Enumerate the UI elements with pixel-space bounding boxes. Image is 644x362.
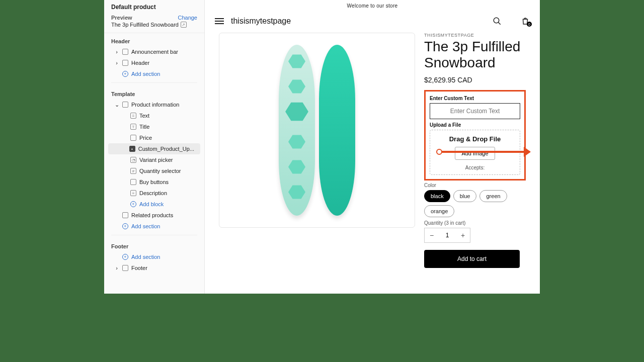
announcement-bar: Welcome to our store bbox=[205, 0, 540, 12]
color-swatches: black blue green orange bbox=[424, 190, 526, 217]
store-header: thisismytestpage 0 bbox=[205, 12, 540, 33]
sidebar-item-announcement-bar[interactable]: › Announcement bar bbox=[107, 46, 201, 57]
sidebar-item-related-products[interactable]: Related products bbox=[107, 210, 201, 221]
color-label: Color bbox=[424, 183, 526, 188]
preview-label: Preview bbox=[111, 15, 132, 21]
section-icon bbox=[122, 49, 128, 55]
add-block[interactable]: +Add block bbox=[108, 199, 200, 210]
custom-block-highlight: Enter Custom Text Upload a File Drag & D… bbox=[424, 90, 526, 180]
cart-icon[interactable]: 0 bbox=[521, 17, 530, 26]
change-link[interactable]: Change bbox=[178, 15, 197, 21]
vendor-name: THISISMYTESTPAGE bbox=[424, 33, 526, 38]
add-section-label: Add section bbox=[131, 71, 160, 77]
add-to-cart-button[interactable]: Add to cart bbox=[424, 250, 520, 268]
header-section-title: Header bbox=[104, 33, 204, 46]
sidebar-item-footer[interactable]: › Footer bbox=[107, 262, 201, 274]
custom-text-label: Enter Custom Text bbox=[430, 96, 520, 101]
plus-circle-icon: + bbox=[122, 223, 128, 229]
quantity-label: Quantity (3 in cart) bbox=[424, 220, 526, 226]
svg-point-0 bbox=[494, 18, 499, 23]
qty-increase-button[interactable]: + bbox=[456, 228, 470, 242]
footer-section-title: Footer bbox=[104, 238, 204, 251]
theme-sidebar: Default product Preview Change The 3p Fu… bbox=[104, 0, 205, 294]
qty-decrease-button[interactable]: − bbox=[425, 228, 439, 242]
block-label: Quantity selector bbox=[139, 168, 181, 174]
divider bbox=[111, 235, 197, 235]
add-section-header[interactable]: + Add section bbox=[107, 68, 201, 79]
block-label: Custom_Product_Up... bbox=[138, 146, 194, 152]
dropzone-accepts: Accepts: bbox=[433, 165, 517, 170]
plus-circle-icon: + bbox=[122, 71, 128, 77]
swatch-green[interactable]: green bbox=[479, 190, 507, 202]
plus-circle-icon: + bbox=[122, 254, 128, 260]
chevron-right-icon: › bbox=[114, 265, 119, 270]
preview-product-name: The 3p Fulfilled Snowboard bbox=[111, 22, 179, 28]
snowboard-back-graphic bbox=[319, 45, 355, 216]
add-section-label: Add section bbox=[131, 254, 160, 260]
section-icon bbox=[122, 102, 128, 108]
product-image[interactable] bbox=[219, 33, 415, 228]
block-variant-picker[interactable]: ◔Variant picker bbox=[108, 154, 200, 165]
block-quantity-selector[interactable]: #Quantity selector bbox=[108, 165, 200, 176]
block-description[interactable]: ≡Description bbox=[108, 188, 200, 199]
section-icon bbox=[122, 212, 128, 218]
chevron-right-icon: › bbox=[114, 49, 119, 54]
block-custom-product-upload[interactable]: ▪Custom_Product_Up... bbox=[108, 143, 200, 154]
snowboard-front-graphic bbox=[279, 45, 315, 216]
block-label: Text bbox=[139, 113, 149, 119]
block-price[interactable]: Price bbox=[108, 132, 200, 143]
swatch-black[interactable]: black bbox=[424, 190, 450, 202]
quantity-icon: # bbox=[130, 168, 136, 174]
custom-text-input[interactable] bbox=[430, 103, 520, 119]
swatch-orange[interactable]: orange bbox=[424, 205, 454, 217]
template-section-title: Template bbox=[104, 86, 204, 99]
sidebar-item-label: Header bbox=[131, 60, 149, 66]
block-label: Variant picker bbox=[139, 157, 173, 163]
menu-icon[interactable] bbox=[215, 18, 224, 24]
chevron-down-icon: ⌄ bbox=[114, 102, 119, 107]
store-name[interactable]: thisismytestpage bbox=[231, 17, 291, 26]
add-section-label: Add section bbox=[131, 223, 160, 229]
external-link-icon[interactable]: ↗ bbox=[181, 22, 187, 28]
annotation-arrow-icon bbox=[441, 151, 530, 153]
sidebar-item-label: Product information bbox=[131, 102, 179, 108]
dropzone-title: Drag & Drop File bbox=[433, 135, 517, 143]
variant-icon: ◔ bbox=[130, 157, 136, 163]
block-label: Title bbox=[139, 124, 149, 130]
price-icon bbox=[130, 135, 136, 141]
app-block-icon: ▪ bbox=[129, 146, 135, 152]
chevron-right-icon: › bbox=[114, 60, 119, 65]
block-buy-buttons[interactable]: Buy buttons bbox=[108, 176, 200, 188]
cart-count-badge: 0 bbox=[527, 22, 532, 27]
upload-file-label: Upload a File bbox=[430, 122, 520, 128]
block-label: Buy buttons bbox=[139, 179, 169, 185]
title-icon: T bbox=[130, 124, 136, 130]
sidebar-item-header[interactable]: › Header bbox=[107, 57, 201, 68]
sidebar-item-product-information[interactable]: ⌄ Product information bbox=[107, 99, 201, 110]
qty-value: 1 bbox=[439, 232, 456, 239]
plus-circle-icon: + bbox=[130, 201, 136, 207]
section-icon bbox=[122, 60, 128, 66]
add-section-template[interactable]: + Add section bbox=[107, 221, 201, 232]
preview-block: Preview Change The 3p Fulfilled Snowboar… bbox=[104, 13, 204, 33]
swatch-blue[interactable]: blue bbox=[453, 190, 477, 202]
block-label: Description bbox=[139, 190, 167, 196]
block-text[interactable]: ≡Text bbox=[108, 110, 200, 121]
block-title[interactable]: TTitle bbox=[108, 121, 200, 132]
quantity-stepper: − 1 + bbox=[424, 228, 470, 243]
default-product-heading: Default product bbox=[104, 0, 204, 13]
divider bbox=[111, 82, 197, 83]
sidebar-item-label: Footer bbox=[131, 265, 147, 271]
add-image-button[interactable]: Add Image bbox=[455, 147, 495, 160]
description-icon: ≡ bbox=[130, 190, 136, 196]
add-section-footer[interactable]: + Add section bbox=[107, 251, 201, 262]
sidebar-item-label: Announcement bar bbox=[131, 49, 178, 55]
text-icon: ≡ bbox=[130, 113, 136, 119]
sidebar-item-label: Related products bbox=[131, 212, 173, 218]
buy-icon bbox=[130, 179, 136, 185]
add-block-label: Add block bbox=[139, 201, 164, 207]
product-price: $2,629.95 CAD bbox=[424, 76, 526, 84]
editor-frame: Default product Preview Change The 3p Fu… bbox=[104, 0, 540, 294]
block-label: Price bbox=[139, 135, 152, 141]
search-icon[interactable] bbox=[493, 17, 502, 26]
